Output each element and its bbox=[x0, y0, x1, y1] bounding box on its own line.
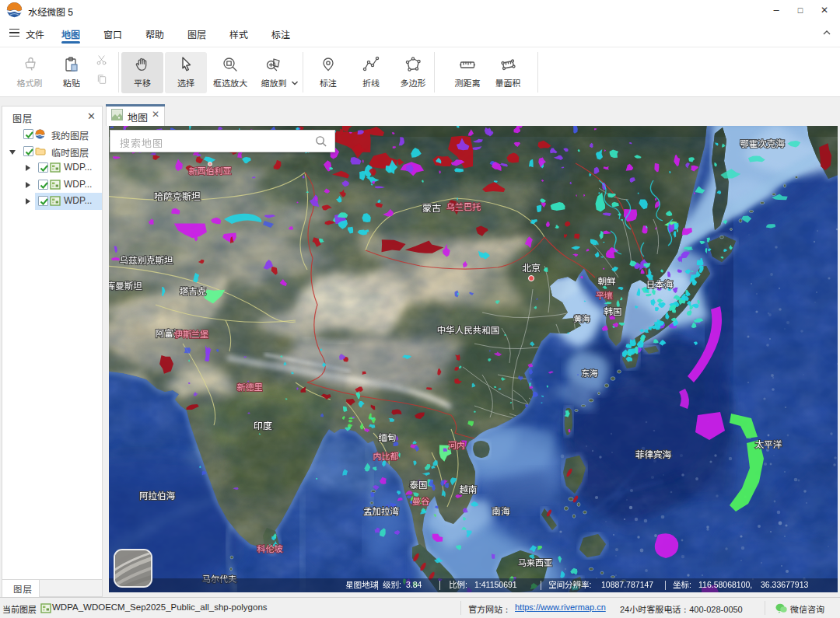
svg-text:塔吉克: 塔吉克 bbox=[180, 287, 207, 296]
svg-text:乌兰巴托: 乌兰巴托 bbox=[446, 202, 481, 211]
svg-text:孟加拉湾: 孟加拉湾 bbox=[363, 506, 399, 516]
svg-text:科伦坡: 科伦坡 bbox=[257, 544, 283, 553]
svg-text:南海: 南海 bbox=[492, 507, 510, 516]
svg-text:中华人民共和国: 中华人民共和国 bbox=[437, 325, 500, 335]
svg-text:泰国: 泰国 bbox=[410, 480, 428, 490]
svg-text:伊斯兰堡: 伊斯兰堡 bbox=[174, 330, 208, 339]
svg-text:哈萨克斯坦: 哈萨克斯坦 bbox=[154, 191, 201, 202]
svg-text:韩国: 韩国 bbox=[604, 306, 622, 316]
svg-text:鄂霍次克海: 鄂霍次克海 bbox=[740, 139, 785, 148]
svg-text:新德里: 新德里 bbox=[237, 382, 263, 392]
svg-text:日本海: 日本海 bbox=[646, 280, 674, 289]
svg-text:平壤: 平壤 bbox=[596, 291, 613, 300]
svg-text:印度: 印度 bbox=[254, 421, 272, 431]
svg-text:越南: 越南 bbox=[460, 485, 478, 494]
svg-text:朝鲜: 朝鲜 bbox=[598, 277, 616, 286]
svg-text:河内: 河内 bbox=[448, 441, 465, 450]
svg-text:蒙古: 蒙古 bbox=[422, 203, 441, 214]
svg-text:菲律宾海: 菲律宾海 bbox=[635, 450, 671, 459]
svg-text:内比都: 内比都 bbox=[373, 452, 399, 461]
svg-text:北京: 北京 bbox=[522, 263, 541, 274]
svg-text:缅甸: 缅甸 bbox=[379, 433, 397, 442]
svg-text:东海: 东海 bbox=[582, 368, 598, 378]
svg-text:新西伯利亚: 新西伯利亚 bbox=[189, 166, 232, 176]
svg-text:黄海: 黄海 bbox=[574, 314, 590, 323]
svg-text:太平洋: 太平洋 bbox=[755, 440, 782, 449]
svg-text:土库曼斯坦: 土库曼斯坦 bbox=[109, 281, 142, 291]
svg-text:乌兹别克斯坦: 乌兹别克斯坦 bbox=[120, 256, 173, 265]
svg-text:马来西亚: 马来西亚 bbox=[518, 558, 552, 567]
svg-text:曼谷: 曼谷 bbox=[412, 497, 429, 506]
svg-text:阿拉伯海: 阿拉伯海 bbox=[139, 491, 175, 501]
